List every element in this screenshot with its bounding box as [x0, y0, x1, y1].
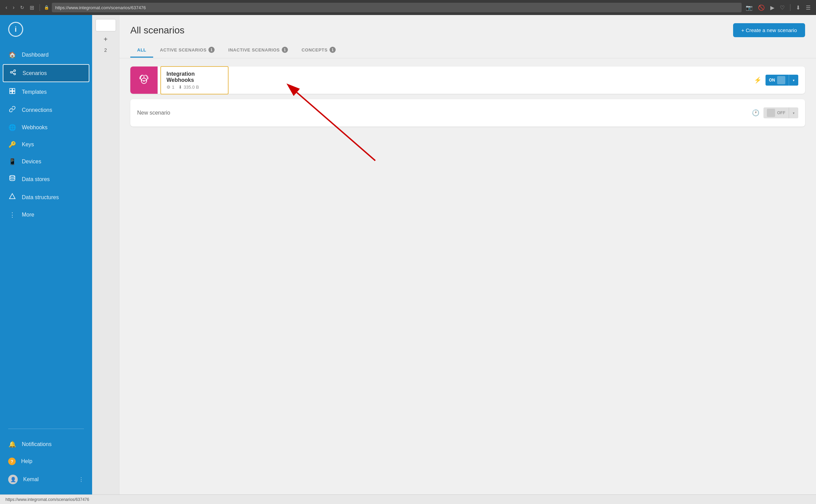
tab-all-label: ALL: [137, 47, 146, 53]
sidebar-item-label-devices: Devices: [22, 159, 41, 165]
devices-icon: 📱: [8, 158, 16, 165]
block-icon[interactable]: 🚫: [757, 4, 766, 12]
module-count: 1: [172, 85, 174, 90]
toggle-on-label: ON: [769, 78, 775, 83]
lock-icon: 🔒: [44, 5, 49, 10]
sidebar-item-label-scenarios: Scenarios: [23, 70, 47, 76]
reload-button[interactable]: ↻: [19, 3, 26, 12]
toggle-thumb-off: [767, 109, 775, 117]
svg-point-9: [10, 176, 15, 177]
arrow-down-icon: ⬇: [178, 85, 182, 90]
forward-button[interactable]: ›: [11, 3, 16, 12]
app-layout: i 🏠 Dashboard Scenarios: [0, 15, 816, 494]
sidebar-item-label-data-structures: Data structures: [22, 194, 59, 201]
divider: [40, 4, 40, 11]
sidebar-bottom: 🔔 Notifications ? Help 👤 Kemal ⋮: [0, 433, 92, 494]
status-bar: https://www.integromat.com/scenarios/637…: [0, 494, 816, 504]
sidebar-item-label-webhooks: Webhooks: [22, 124, 47, 131]
svg-rect-8: [13, 91, 15, 94]
tab-concepts-badge: 1: [330, 47, 336, 53]
toggle-on[interactable]: ON: [766, 75, 789, 86]
sidebar-item-data-structures[interactable]: Data structures: [0, 188, 92, 206]
download-icon[interactable]: ⬇: [795, 4, 802, 12]
divider2: [790, 4, 790, 11]
sidebar-item-label-connections: Connections: [22, 107, 52, 113]
sidebar-item-notifications[interactable]: 🔔 Notifications: [0, 436, 92, 453]
sidebar: i 🏠 Dashboard Scenarios: [0, 15, 92, 494]
tabs-bar: ALL ACTIVE SCENARIOS 1 INACTIVE SCENARIO…: [119, 43, 816, 58]
scenarios-icon: [9, 69, 17, 77]
mini-panel: + 2: [92, 15, 119, 494]
tab-inactive-label: INACTIVE SCENARIOS: [228, 47, 280, 53]
scenario-row-integration-webhooks[interactable]: Integration Webhooks ⚙ 1 ⬇ 335.0 B: [130, 66, 805, 94]
sidebar-item-webhooks[interactable]: 🌐 Webhooks: [0, 119, 92, 136]
sidebar-item-label-keys: Keys: [22, 142, 34, 148]
svg-point-1: [14, 70, 16, 72]
sidebar-item-data-stores[interactable]: Data stores: [0, 170, 92, 188]
svg-point-0: [11, 72, 12, 73]
sidebar-item-dashboard[interactable]: 🏠 Dashboard: [0, 46, 92, 63]
content-header: All scenarios + Create a new scenario: [119, 15, 816, 43]
data-stores-icon: [8, 175, 16, 183]
logo-text: i: [15, 26, 17, 33]
page-title: All scenarios: [130, 25, 185, 36]
user-menu-dots[interactable]: ⋮: [78, 476, 84, 483]
sidebar-item-devices[interactable]: 📱 Devices: [0, 153, 92, 170]
back-button[interactable]: ‹: [4, 3, 9, 12]
svg-marker-10: [10, 194, 15, 199]
sidebar-item-help[interactable]: ? Help: [0, 453, 92, 470]
mini-panel-input[interactable]: [96, 19, 116, 31]
sidebar-divider: [8, 429, 84, 429]
toggle-dropdown-off[interactable]: ▾: [789, 107, 798, 118]
heart-icon[interactable]: ♡: [778, 4, 786, 12]
sidebar-item-user[interactable]: 👤 Kemal ⋮: [0, 470, 92, 489]
sidebar-item-label-notifications: Notifications: [22, 441, 52, 447]
scenario-name: Integration Webhooks: [166, 71, 222, 83]
svg-rect-5: [10, 89, 12, 91]
tab-inactive-scenarios[interactable]: INACTIVE SCENARIOS 1: [221, 43, 295, 58]
logo-icon: i: [8, 22, 23, 37]
play-icon[interactable]: ▶: [769, 4, 776, 12]
browser-actions: 📷 🚫 ▶ ♡ ⬇ ☰: [744, 4, 812, 12]
sidebar-item-scenarios[interactable]: Scenarios: [3, 64, 89, 82]
sidebar-logo: i: [0, 15, 92, 44]
camera-icon[interactable]: 📷: [744, 4, 754, 12]
toggle-thumb: [777, 76, 785, 84]
svg-rect-6: [13, 89, 15, 91]
sidebar-item-label-more: More: [22, 212, 34, 218]
scenario-row-new[interactable]: New scenario 🕐 OFF ▾: [130, 99, 805, 127]
svg-line-3: [12, 71, 14, 72]
sidebar-item-templates[interactable]: Templates: [0, 83, 92, 101]
sidebar-item-label-templates: Templates: [22, 89, 47, 95]
lightning-icon: ⚡: [754, 76, 761, 84]
toggle-off[interactable]: OFF: [763, 107, 789, 118]
sidebar-item-label-data-stores: Data stores: [22, 176, 50, 182]
url-bar[interactable]: https://www.integromat.com/scenarios/637…: [52, 3, 742, 12]
sidebar-item-label-user: Kemal: [23, 476, 39, 483]
sidebar-nav: 🏠 Dashboard Scenarios: [0, 44, 92, 425]
new-scenario-label: New scenario: [137, 110, 170, 116]
toggle-dropdown[interactable]: ▾: [789, 75, 798, 86]
new-scenario-controls: 🕐 OFF ▾: [745, 107, 805, 118]
sidebar-item-connections[interactable]: Connections: [0, 101, 92, 119]
toggle-off-container: OFF ▾: [763, 107, 798, 118]
mini-panel-plus-button[interactable]: +: [102, 34, 109, 45]
sidebar-item-keys[interactable]: 🔑 Keys: [0, 136, 92, 153]
tab-active-scenarios[interactable]: ACTIVE SCENARIOS 1: [153, 43, 222, 58]
sidebar-item-more[interactable]: ⋮ More: [0, 206, 92, 223]
create-scenario-button[interactable]: + Create a new scenario: [733, 23, 805, 37]
tab-concepts[interactable]: CONCEPTS 1: [295, 43, 343, 58]
tab-concepts-label: CONCEPTS: [302, 47, 327, 53]
status-url: https://www.integromat.com/scenarios/637…: [5, 497, 89, 502]
create-scenario-label: + Create a new scenario: [741, 27, 797, 33]
svg-rect-7: [10, 91, 12, 94]
tab-active-badge: 1: [208, 47, 215, 53]
toggle-on-container: ON ▾: [766, 75, 798, 86]
scenarios-area: Integration Webhooks ⚙ 1 ⬇ 335.0 B: [119, 58, 816, 494]
scenario-info[interactable]: Integration Webhooks ⚙ 1 ⬇ 335.0 B: [160, 66, 229, 94]
tab-all[interactable]: ALL: [130, 43, 153, 58]
menu-icon[interactable]: ☰: [804, 4, 812, 12]
webhooks-icon: 🌐: [8, 124, 16, 131]
data-size: 335.0 B: [184, 85, 199, 90]
module-count-item: ⚙ 1: [166, 85, 174, 90]
